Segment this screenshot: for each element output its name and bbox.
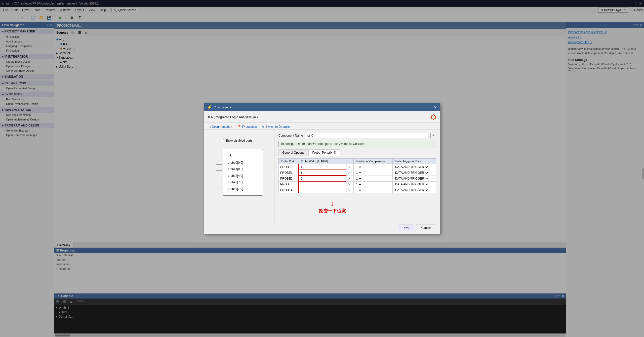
port-line-probe1: [216, 170, 222, 171]
customize-ip-modal: ⚡ Customize IP ✕ ILA (Integrated Logic A…: [204, 103, 440, 234]
probe2-clear-cell: ✕: [346, 176, 353, 181]
ip-port-probe4: probe4[7:0]: [228, 186, 258, 192]
probe2-trigger-select[interactable]: DATA AND TRIGGER: [394, 177, 429, 181]
probe0-trigger-cell[interactable]: DATA AND TRIGGER: [392, 164, 436, 170]
probe2-clear-btn[interactable]: ✕: [348, 177, 351, 181]
probe1-trigger-cell[interactable]: DATA AND TRIGGER: [392, 170, 436, 176]
info-icon: ℹ: [210, 125, 211, 129]
probe4-comparators-cell[interactable]: 1: [353, 187, 392, 193]
table-row: PROBE0 ✕ 1: [279, 164, 436, 170]
probe4-width-cell[interactable]: [299, 187, 346, 193]
probe0-clear-btn[interactable]: ✕: [348, 165, 351, 169]
probe4-comparators-select[interactable]: 1: [355, 188, 362, 192]
probe1-comparators-cell[interactable]: 1: [353, 170, 392, 176]
probe3-clear-cell: ✕: [346, 181, 353, 187]
port-line-clk: [216, 159, 222, 159]
probe3-width-input[interactable]: [300, 183, 344, 186]
modal-overlay: ⚡ Customize IP ✕ ILA (Integrated Logic A…: [0, 0, 644, 337]
probe-table: Probe Port Probe Width [1..4096] Number …: [278, 158, 436, 193]
component-name-clear-btn[interactable]: ✕: [430, 133, 436, 138]
th-probe-port: Probe Port: [279, 159, 299, 164]
cancel-button[interactable]: Cancel: [416, 225, 436, 231]
probe2-trigger-cell[interactable]: DATA AND TRIGGER: [392, 176, 436, 181]
ip-block-diagram: clk probe0[0:0] probe1[0:0] probe2[4:0] …: [223, 149, 263, 196]
probe3-port-cell: PROBE3: [279, 181, 299, 187]
probe-table-container: Probe Port Probe Width [1..4096] Number …: [278, 158, 436, 219]
th-probe-trigger-data: Probe Trigger or Data: [392, 159, 436, 164]
probe4-trigger-select[interactable]: DATA AND TRIGGER: [394, 188, 429, 192]
modal-ip-header: ILA (Integrated Logic Analyzer) (6.2) ⬡: [204, 111, 440, 122]
ip-port-probe3: probe3[7:0]: [228, 179, 258, 185]
modal-config-area: Component Name ✕ To configure more than …: [274, 130, 440, 222]
probe3-trigger-select[interactable]: DATA AND TRIGGER: [394, 182, 429, 186]
tab-general-options[interactable]: General Options: [278, 149, 308, 156]
modal-ip-diagram: Show disabled ports: [204, 130, 274, 222]
probe1-port-cell: PROBE1: [279, 170, 299, 176]
show-disabled-ports-checkbox[interactable]: [221, 139, 224, 142]
location-icon: 📍: [237, 125, 241, 129]
probe0-clear-cell: ✕: [346, 164, 353, 170]
probe4-width-input[interactable]: [300, 188, 344, 192]
tab-probe-ports-label: Probe_Ports(0..4): [312, 151, 336, 154]
switch-to-defaults-link[interactable]: ↺ Switch to Defaults: [261, 124, 291, 130]
probe1-comparators-select[interactable]: 1: [355, 171, 362, 175]
probe2-width-cell[interactable]: [299, 176, 346, 181]
annotation-arrow-icon: ↓: [330, 199, 334, 208]
probe1-width-cell[interactable]: [299, 170, 346, 176]
ok-button[interactable]: OK: [399, 225, 414, 231]
ip-location-link[interactable]: 📍 IP Location: [236, 124, 259, 130]
probe1-clear-btn[interactable]: ✕: [348, 171, 351, 175]
ip-port-clk: clk: [228, 152, 258, 159]
probe4-clear-cell: ✕: [346, 187, 353, 193]
table-row: PROBE3 ✕ 1: [279, 181, 436, 187]
probe1-trigger-select[interactable]: DATA AND TRIGGER: [394, 171, 429, 175]
modal-title-icon: ⚡: [207, 105, 212, 110]
probe3-comparators-cell[interactable]: 1: [353, 181, 392, 187]
modal-close-button[interactable]: ✕: [434, 105, 437, 110]
th-probe-width: Probe Width [1..4096]: [299, 159, 346, 164]
modal-title-label: Customize IP: [214, 106, 231, 109]
probe1-width-input[interactable]: [300, 171, 344, 175]
show-disabled-ports-label: Show disabled ports: [225, 139, 253, 142]
probe3-trigger-cell[interactable]: DATA AND TRIGGER: [392, 181, 436, 187]
tab-general-options-label: General Options: [282, 151, 304, 154]
probe4-clear-btn[interactable]: ✕: [348, 188, 351, 192]
probe2-comparators-select[interactable]: 1: [355, 177, 362, 181]
probe3-width-cell[interactable]: [299, 181, 346, 187]
refresh-icon: ↺: [262, 125, 265, 129]
documentation-link[interactable]: ℹ Documentation: [208, 124, 234, 130]
port-line-probe4: [216, 188, 222, 188]
modal-footer: OK Cancel: [204, 222, 440, 234]
component-name-row: Component Name ✕: [278, 133, 436, 138]
port-line-probe3: [216, 182, 222, 182]
vivado-logo-icon: ⬡: [431, 114, 436, 121]
probe4-trigger-cell[interactable]: DATA AND TRIGGER: [392, 187, 436, 193]
show-disabled-ports-checkbox-area[interactable]: Show disabled ports: [221, 139, 253, 142]
probe0-trigger-select[interactable]: DATA AND TRIGGER: [394, 165, 429, 169]
probe4-port-cell: PROBE4: [279, 187, 299, 193]
probe0-comparators-cell[interactable]: 1: [353, 164, 392, 170]
th-number-comparators-label: Number of Comparators: [353, 159, 392, 164]
info-bar: To configure more than 64 probe ports us…: [278, 141, 436, 147]
component-name-input[interactable]: [305, 133, 428, 138]
th-number-comparators: [346, 159, 353, 164]
modal-title-bar: ⚡ Customize IP ✕: [204, 103, 440, 111]
probe2-comparators-cell[interactable]: 1: [353, 176, 392, 181]
probe2-port-cell: PROBE2: [279, 176, 299, 181]
table-row: PROBE2 ✕ 1: [279, 176, 436, 181]
probe2-width-input[interactable]: [300, 177, 344, 180]
port-line-probe2: [216, 176, 222, 176]
probe3-clear-btn[interactable]: ✕: [348, 182, 351, 186]
probe3-comparators-select[interactable]: 1: [355, 182, 362, 186]
modal-tabs-bar: ℹ Documentation 📍 IP Location ↺ Switch t…: [204, 122, 440, 130]
modal-ip-title: ILA (Integrated Logic Analyzer) (6.2): [208, 115, 259, 119]
probe0-port-cell: PROBE0: [279, 164, 299, 170]
probe0-width-input[interactable]: [300, 165, 344, 169]
probe0-comparators-select[interactable]: 1: [355, 165, 362, 169]
modal-body: Show disabled ports: [204, 130, 440, 222]
table-row: PROBE1 ✕ 1: [279, 170, 436, 176]
ip-port-probe1: probe1[0:0]: [228, 166, 258, 172]
tab-probe-ports[interactable]: Probe_Ports(0..4): [308, 149, 340, 156]
probe0-width-cell[interactable]: [299, 164, 346, 170]
table-row: PROBE4 ✕ 1: [279, 187, 436, 193]
